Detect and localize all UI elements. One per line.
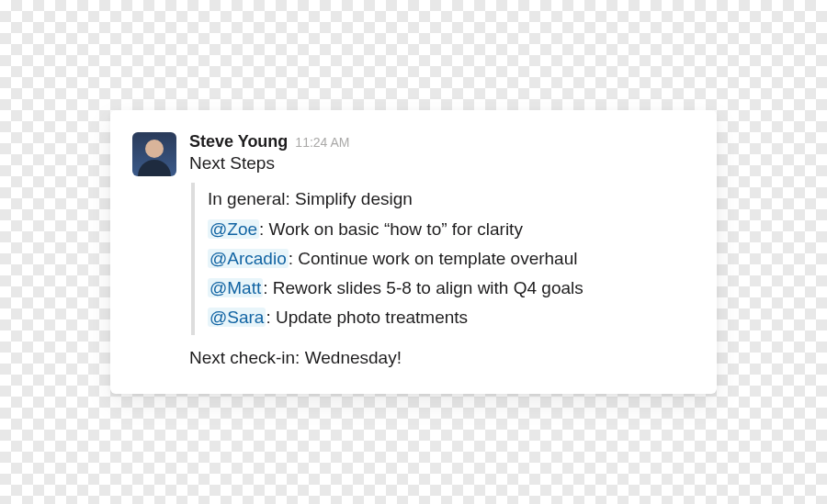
task-text: : Continue work on template overhaul: [289, 249, 578, 268]
task-line: @Matt: Rework slides 5-8 to align with Q…: [208, 274, 691, 303]
message-card: Steve Young 11:24 AM Next Steps In gener…: [110, 110, 717, 393]
message-header: Steve Young 11:24 AM: [189, 132, 691, 151]
mention-link[interactable]: @Arcadio: [208, 249, 289, 268]
message-content: Steve Young 11:24 AM Next Steps In gener…: [189, 132, 691, 367]
avatar[interactable]: [132, 132, 176, 176]
timestamp[interactable]: 11:24 AM: [295, 135, 349, 150]
task-line: @Zoe: Work on basic “how to” for clarity: [208, 215, 691, 244]
task-text: : Rework slides 5-8 to align with Q4 goa…: [263, 278, 583, 297]
message-footer: Next check-in: Wednesday!: [189, 348, 691, 368]
mention-link[interactable]: @Matt: [208, 278, 263, 297]
author-name[interactable]: Steve Young: [189, 132, 288, 151]
task-line: @Arcadio: Continue work on template over…: [208, 244, 691, 274]
mention-link[interactable]: @Sara: [208, 308, 266, 327]
message-title: Next Steps: [189, 153, 691, 174]
task-text: : Update photo treatments: [266, 308, 468, 327]
task-line: @Sara: Update photo treatments: [208, 303, 691, 332]
intro-line: In general: Simplify design: [208, 185, 691, 214]
mention-link[interactable]: @Zoe: [208, 219, 259, 239]
task-text: : Work on basic “how to” for clarity: [259, 219, 523, 239]
message-blockquote: In general: Simplify design @Zoe: Work o…: [191, 183, 691, 334]
